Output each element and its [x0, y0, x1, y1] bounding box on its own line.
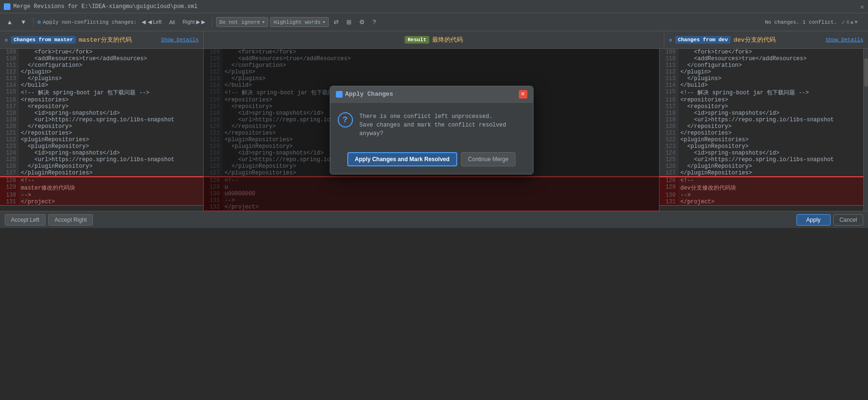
chevron-up-icon[interactable]: ▲: [850, 19, 854, 25]
table-row: 113 </plugins>: [0, 75, 203, 82]
right-branch-icon: ⊕: [669, 37, 672, 43]
left-panel-chinese: master分支的代码: [79, 36, 132, 44]
line-number: 115: [660, 89, 678, 97]
line-content: <!-- 解决 spring-boot jar 包下载问题 -->: [678, 89, 863, 97]
right-code-body[interactable]: 109 <fork>true</fork> 110 <addResources>…: [660, 49, 863, 211]
dialog-overlay: Apply Changes ✕ ? There is one conflict …: [204, 49, 659, 211]
bottom-left-buttons: Accept Left Accept Right: [5, 214, 93, 226]
left-show-details-link[interactable]: Show Details: [161, 37, 199, 43]
table-row: 126 </pluginRepository>: [660, 163, 863, 170]
table-row: 118 <id>spring-snapshots</id>: [0, 110, 203, 117]
table-row: 119 <url>https://repo.spring.io/libs-sna…: [0, 117, 203, 123]
main-scrollbar[interactable]: [863, 49, 868, 211]
line-content: <url>https://repo.spring.io/libs-snapsho…: [19, 156, 203, 163]
center-panel-chinese: 最终的代码: [432, 36, 463, 44]
line-number: 128: [0, 177, 19, 184]
dialog-close-button[interactable]: ✕: [519, 90, 527, 99]
line-number: 110: [0, 55, 19, 62]
line-number: 131: [0, 199, 19, 206]
line-content: -->: [19, 192, 203, 199]
line-content: <!--: [19, 177, 203, 184]
line-content: <pluginRepositories>: [19, 136, 203, 143]
arrow-up-button[interactable]: ▲: [4, 17, 16, 27]
help-button[interactable]: ?: [370, 17, 379, 27]
line-content: </pluginRepositories>: [19, 170, 203, 177]
line-number: 127: [660, 170, 678, 177]
table-row: 124 <id>spring-snapshots</id>: [660, 150, 863, 156]
apply-all-button[interactable]: All: [166, 18, 178, 27]
line-number: 109: [660, 49, 678, 55]
line-content: <url>https://repo.spring.io/libs-snapsho…: [678, 117, 863, 123]
right-panel-header: ⊕ Changes from dev dev分支的代码 Show Details: [664, 31, 868, 48]
right-show-details-link[interactable]: Show Details: [826, 37, 863, 43]
line-number: 124: [0, 150, 19, 156]
line-content: <id>spring-snapshots</id>: [678, 150, 863, 156]
table-row: 124 <id>spring-snapshots</id>: [0, 150, 203, 156]
diff-view-button[interactable]: ⊞: [344, 17, 354, 27]
line-content: </repositories>: [19, 130, 203, 136]
line-number: 122: [660, 136, 678, 143]
line-content: </configuration>: [19, 62, 203, 69]
apply-changes-dialog: Apply Changes ✕ ? There is one conflict …: [330, 86, 533, 174]
accept-right-button[interactable]: Accept Right: [48, 214, 93, 226]
line-number: 129: [0, 184, 19, 192]
table-row: 131 </project>: [660, 199, 863, 206]
line-content: </project>: [678, 199, 863, 206]
arrow-down-button[interactable]: ▼: [18, 17, 29, 27]
toolbar: ▲ ▼ ⊕ Apply non-conflicting changes: ◀ ◀…: [0, 13, 868, 31]
swap-panels-button[interactable]: ⇄: [331, 17, 342, 27]
line-number: 115: [0, 89, 19, 97]
line-content: <!-- 解决 spring-boot jar 包下载问题 -->: [19, 89, 203, 97]
cancel-button[interactable]: Cancel: [833, 214, 863, 226]
line-content: <repositories>: [678, 97, 863, 103]
line-number: 130: [0, 192, 19, 199]
no-changes-label: No changes. 1 conflict.: [765, 19, 837, 25]
line-number: 118: [0, 110, 19, 117]
line-number: 111: [660, 62, 678, 69]
table-row: 123 <pluginRepository>: [0, 143, 203, 150]
table-row: 122 <pluginRepositories>: [0, 136, 203, 143]
table-row: 116 <repositories>: [660, 97, 863, 103]
apply-right-button[interactable]: Right ▶ ▶: [180, 18, 208, 27]
table-row: 115 <!-- 解决 spring-boot jar 包下载问题 -->: [660, 89, 863, 97]
line-number: 122: [0, 136, 19, 143]
table-row: 112 </plugin>: [660, 69, 863, 75]
line-number: 117: [0, 103, 19, 110]
line-number: 119: [0, 117, 19, 123]
app-icon: [4, 3, 10, 10]
line-content: <id>spring-snapshots</id>: [19, 150, 203, 156]
chevron-down-icon[interactable]: ▼: [854, 19, 858, 25]
table-row: 112 </plugin>: [0, 69, 203, 75]
bottom-right-buttons: Apply Cancel: [796, 214, 863, 226]
dropdown-arrow-icon-2: ▾: [323, 19, 326, 25]
scrollbar-thumb[interactable]: [864, 58, 868, 87]
line-number: 118: [660, 110, 678, 117]
apply-changes-mark-resolved-button[interactable]: Apply Changes and Mark Resolved: [347, 152, 457, 166]
left-code-body[interactable]: 109 <fork>true</fork> 110 <addResources>…: [0, 49, 203, 211]
line-content: <pluginRepository>: [19, 143, 203, 150]
line-content: <pluginRepositories>: [678, 136, 863, 143]
line-number: 121: [660, 130, 678, 136]
table-row: 117 <repository>: [0, 103, 203, 110]
apply-button[interactable]: Apply: [796, 214, 831, 226]
accept-left-button[interactable]: Accept Left: [5, 214, 45, 226]
line-number: 116: [0, 97, 19, 103]
window-close-button[interactable]: ✕: [860, 3, 864, 11]
line-content: </pluginRepository>: [678, 163, 863, 170]
line-content: <fork>true</fork>: [678, 49, 863, 55]
table-row: 121 </repositories>: [0, 130, 203, 136]
line-content: <addResources>true</addResources>: [19, 55, 203, 62]
line-content: </plugin>: [678, 69, 863, 75]
center-panel-label: Result: [405, 36, 429, 44]
apply-left-button[interactable]: ◀ ◀ Left: [139, 18, 164, 27]
dialog-buttons: Apply Changes and Mark Resolved Continue…: [330, 147, 533, 174]
highlight-dropdown[interactable]: Highlight words ▾: [270, 17, 329, 27]
table-row: 110 <addResources>true</addResources>: [0, 55, 203, 62]
line-content: dev分支修改的代码块: [678, 184, 863, 192]
settings-button[interactable]: ⚙: [356, 17, 368, 27]
continue-merge-button[interactable]: Continue Merge: [461, 152, 515, 166]
line-content: </build>: [678, 82, 863, 89]
table-row: 127 </pluginRepositories>: [660, 170, 863, 177]
ignore-dropdown[interactable]: Do not ignore ▾: [216, 17, 268, 27]
table-row: 111 </configuration>: [0, 62, 203, 69]
